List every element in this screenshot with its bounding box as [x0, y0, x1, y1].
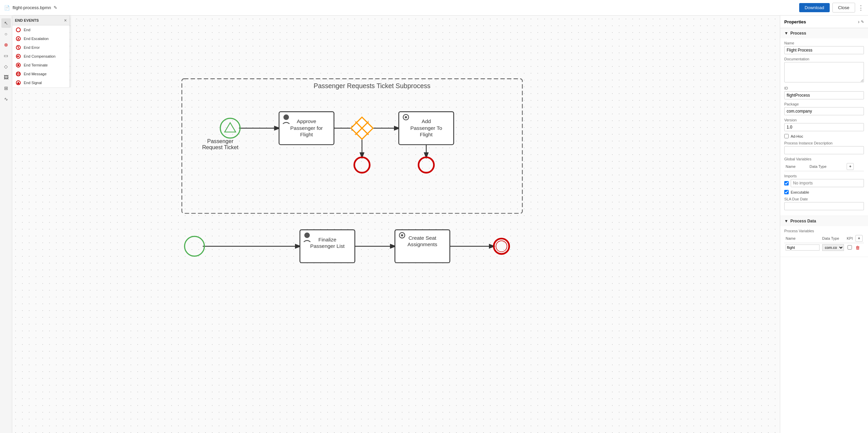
sla-due-date-input[interactable] [784, 202, 864, 210]
package-label: Package [784, 102, 864, 106]
end-event-icon [16, 27, 21, 33]
svg-point-28 [283, 115, 289, 120]
imports-field: Imports [784, 174, 864, 187]
add-process-var-button[interactable]: + [855, 235, 863, 242]
collapse-icon: ▼ [784, 31, 788, 36]
toolbar-gateway[interactable]: ◇ [1, 62, 11, 71]
svg-text:Passenger To: Passenger To [410, 125, 442, 131]
svg-text:Assignments: Assignments [408, 241, 437, 247]
version-input[interactable] [784, 123, 864, 131]
toolbar-circle[interactable]: ○ [1, 29, 11, 39]
toolbar-table[interactable]: ⊞ [1, 83, 11, 93]
more-options-button[interactable]: ⋮ [858, 4, 864, 12]
global-variables-label: Global Variables [784, 157, 864, 161]
gv-name-col: Name [784, 162, 808, 171]
documentation-label: Documentation [784, 57, 864, 61]
toolbar-connection[interactable]: ∿ [1, 94, 11, 104]
process-instance-desc-label: Process Instance Description [784, 141, 864, 145]
process-section-label: Process [790, 31, 806, 36]
file-icon: 📄 [4, 5, 10, 11]
adhoc-label: Ad-Hoc [791, 134, 803, 138]
palette-item-end-signal[interactable]: End Signal [12, 78, 70, 87]
pv-delete-button[interactable]: 🗑 [855, 245, 860, 250]
pv-name-input[interactable] [786, 244, 820, 251]
package-input[interactable] [784, 107, 864, 115]
svg-text:Flight: Flight [300, 132, 313, 137]
gv-datatype-col: Data Type [808, 162, 846, 171]
edit-icon[interactable]: ✎ [54, 5, 57, 10]
imports-label: Imports [784, 174, 864, 178]
palette-item-end-escalation[interactable]: End Escalation [12, 34, 70, 43]
sla-due-date-label: SLA Due Date [784, 197, 864, 201]
end-compensation-icon [16, 54, 21, 59]
executable-row: Executable [784, 190, 864, 194]
palette-end-label: End [24, 28, 31, 32]
imports-input[interactable] [791, 179, 864, 187]
imports-row [784, 179, 864, 187]
svg-text:Passenger: Passenger [207, 138, 234, 144]
name-input[interactable] [784, 46, 864, 54]
toolbar-pointer[interactable]: ↖ [1, 18, 11, 28]
palette-panel: END EVENTS × End End Escalation [12, 16, 70, 87]
pv-kpi-checkbox[interactable] [847, 245, 853, 250]
main-layout: ↖ ○ ⊗ ▭ ◇ 🖼 ⊞ ∿ END EVENTS × End [0, 16, 868, 433]
properties-close-icon[interactable]: ✎ [861, 19, 864, 24]
adhoc-checkbox[interactable] [784, 134, 789, 138]
pv-name-col: Name [784, 234, 821, 243]
executable-checkbox[interactable] [784, 190, 789, 194]
add-global-var-button[interactable]: + [847, 163, 854, 170]
svg-marker-6 [17, 55, 18, 57]
svg-text:Passenger for: Passenger for [290, 125, 323, 131]
process-data-section-header[interactable]: ▼ Process Data [780, 216, 868, 226]
documentation-field: Documentation [784, 57, 864, 83]
name-field: Name [784, 41, 864, 54]
palette-item-end[interactable]: End [12, 25, 70, 34]
pv-datatype-select[interactable]: com.compan [822, 244, 844, 251]
process-instance-desc-input[interactable] [784, 146, 864, 154]
palette-item-end-terminate[interactable]: End Terminate [12, 61, 70, 70]
palette-item-end-compensation[interactable]: End Compensation [12, 52, 70, 61]
svg-point-23 [220, 118, 240, 138]
canvas[interactable]: Passenger Requests Ticket Subprocess [12, 16, 780, 433]
id-input[interactable] [784, 91, 864, 99]
adhoc-row: Ad-Hoc [784, 134, 864, 138]
palette-header: END EVENTS × [12, 16, 70, 25]
version-field: Version [784, 118, 864, 131]
filename: flight-process.bpmn [13, 5, 51, 10]
svg-marker-2 [17, 37, 19, 40]
process-data-section-content: Process Variables Name Data Type KPI + [780, 226, 868, 257]
process-var-row: com.compan 🗑 [784, 243, 864, 252]
svg-text:Passenger List: Passenger List [310, 243, 345, 249]
svg-text:Create Seat: Create Seat [409, 235, 437, 241]
palette-end-escalation-label: End Escalation [24, 37, 48, 41]
header-right: Download Close ⋮ [799, 3, 864, 13]
left-toolbar: ↖ ○ ⊗ ▭ ◇ 🖼 ⊞ ∿ [0, 16, 12, 433]
end-error-icon [16, 45, 21, 50]
toolbar-task[interactable]: ▭ [1, 51, 11, 60]
close-button[interactable]: Close [832, 3, 855, 13]
process-section-header[interactable]: ▼ Process [780, 28, 868, 38]
pv-datatype-col: Data Type [821, 234, 845, 243]
process-section: ▼ Process Name Documentation ID Packag [780, 28, 868, 216]
toolbar-image[interactable]: 🖼 [1, 73, 11, 82]
end-signal-icon [16, 80, 21, 85]
process-data-section-label: Process Data [790, 219, 816, 223]
palette-close-button[interactable]: × [64, 18, 67, 23]
collapse-icon2: ▼ [784, 219, 788, 223]
documentation-textarea[interactable] [784, 62, 864, 82]
svg-point-45 [304, 233, 310, 238]
svg-marker-12 [17, 81, 20, 84]
palette-item-end-error[interactable]: End Error [12, 43, 70, 52]
palette-item-end-message[interactable]: End Message [12, 70, 70, 78]
process-vars-table: Name Data Type KPI + com.compan 🗑 [784, 234, 864, 252]
properties-toggle-button[interactable]: › [858, 19, 860, 24]
svg-text:Flight: Flight [420, 132, 433, 137]
toolbar-end-event[interactable]: ⊗ [1, 40, 11, 50]
process-data-section: ▼ Process Data Process Variables Name Da… [780, 216, 868, 257]
download-button[interactable]: Download [799, 3, 830, 12]
svg-marker-24 [225, 123, 236, 132]
imports-checkbox[interactable] [784, 181, 789, 185]
palette-end-compensation-label: End Compensation [24, 54, 56, 58]
palette-end-error-label: End Error [24, 45, 40, 50]
svg-text:Request Ticket: Request Ticket [202, 144, 239, 150]
